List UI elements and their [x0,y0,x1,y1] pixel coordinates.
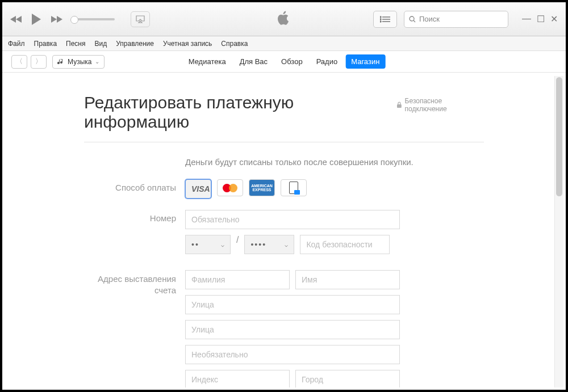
nav-row: 〈 〉 Музыка ⌄ Медиатека Для Вас Обзор Рад… [2,51,566,73]
page-title: Редактировать платежную информацию [84,93,396,132]
menu-song[interactable]: Песня [66,40,85,48]
payopt-amex[interactable]: AMERICAN EXPRESS [249,179,275,196]
next-track-button[interactable] [50,15,62,24]
phone-icon [289,182,298,194]
menu-bar: Файл Правка Песня Вид Управление Учетная… [2,36,566,51]
menu-controls[interactable]: Управление [116,40,154,48]
tab-store[interactable]: Магазин [345,54,385,69]
music-icon [57,58,64,65]
app-window: Поиск ― ☐ ✕ Файл Правка Песня Вид Управл… [0,0,568,392]
play-button[interactable] [31,13,42,26]
search-placeholder: Поиск [419,15,440,23]
svg-point-5 [380,21,381,22]
forward-button[interactable]: 〉 [31,55,47,69]
search-input[interactable]: Поиск [404,11,508,28]
playback-controls [10,11,150,27]
svg-line-7 [414,20,415,22]
lastname-field[interactable] [185,270,290,289]
scrollbar-thumb[interactable] [556,77,562,196]
chevron-down-icon: ⌵ [221,242,224,248]
street2-field[interactable] [185,320,400,339]
prev-track-button[interactable] [10,15,23,24]
airplay-button[interactable] [131,11,150,27]
payment-note: Деньги будут списаны только после соверш… [185,157,484,167]
tab-browse[interactable]: Обзор [275,54,308,69]
toolbar: Поиск ― ☐ ✕ [2,2,566,36]
street1-field[interactable] [185,295,400,314]
cvv-field[interactable] [300,235,390,254]
menu-help[interactable]: Справка [221,40,248,48]
tab-radio[interactable]: Радио [311,54,344,69]
category-label: Музыка [68,58,91,66]
optional-field[interactable] [185,345,400,364]
card-number-field[interactable] [185,210,400,229]
media-category-select[interactable]: Музыка ⌄ [52,55,105,69]
label-number: Номер [84,210,185,254]
tab-library[interactable]: Медиатека [183,54,232,69]
svg-point-4 [380,19,381,20]
lock-icon [396,102,402,108]
secure-badge: Безопасное подключение [396,97,484,113]
payopt-visa[interactable]: VISA [185,179,211,199]
volume-slider[interactable] [74,18,115,20]
search-icon [409,16,416,23]
chevron-down-icon: ⌵ [285,242,288,248]
menu-edit[interactable]: Правка [34,40,57,48]
menu-file[interactable]: Файл [8,40,25,48]
payment-options: VISA AMERICAN EXPRESS [185,179,307,199]
firstname-field[interactable] [295,270,400,289]
right-controls: Поиск ― ☐ ✕ [373,11,558,28]
list-view-button[interactable] [373,11,397,28]
minimize-button[interactable]: ― [522,14,531,24]
apple-logo-icon [278,11,290,28]
exp-year-select[interactable]: ••••⌵ [244,235,294,254]
back-button[interactable]: 〈 [11,55,27,69]
label-payment-method: Способ оплаты [84,179,185,199]
payopt-mobile[interactable] [281,179,307,196]
maximize-button[interactable]: ☐ [537,14,545,24]
scrollbar[interactable] [554,76,563,387]
city-field[interactable] [295,370,400,387]
content-area: Редактировать платежную информацию Безоп… [5,76,563,387]
tabs: Медиатека Для Вас Обзор Радио Магазин [183,54,386,69]
svg-point-6 [410,16,414,21]
svg-rect-8 [397,104,402,108]
exp-month-select[interactable]: ••⌵ [185,235,231,254]
tab-for-you[interactable]: Для Вас [234,54,273,69]
chevron-updown-icon: ⌄ [95,58,99,65]
postcode-field[interactable] [185,370,290,387]
close-button[interactable]: ✕ [550,14,558,24]
label-billing-address: Адрес выставления счета [84,270,185,387]
payopt-mastercard[interactable] [217,179,243,196]
menu-view[interactable]: Вид [95,40,107,48]
window-controls: ― ☐ ✕ [522,14,558,24]
svg-point-3 [380,16,381,18]
menu-account[interactable]: Учетная запись [163,40,212,48]
